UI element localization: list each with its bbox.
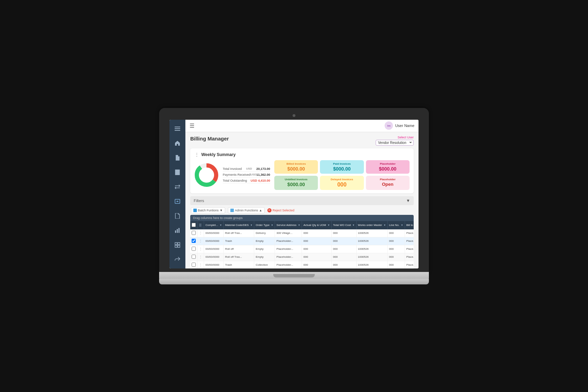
th-total-wo-cost[interactable]: Total WO Cost ▼ xyxy=(331,221,356,229)
td-actions-0: ⋮ xyxy=(197,229,204,237)
td-actual-qty-3: 000 xyxy=(302,253,332,261)
svg-rect-12 xyxy=(178,243,180,245)
td-material-4: Trash xyxy=(223,261,254,268)
placeholder-pink-card: Placeholder $000.00 xyxy=(366,160,410,174)
td-total-wo-cost-3: 000 xyxy=(331,253,356,261)
billed-invoices-label: Billed Invoices xyxy=(277,162,315,165)
td-works-order-0: 1000526 xyxy=(356,229,387,237)
filters-chevron-icon[interactable]: ▼ xyxy=(406,198,410,203)
admin-functions-button[interactable]: Admin Functions ▲ xyxy=(228,207,265,213)
select-user-label: Select User xyxy=(397,136,414,139)
reject-selected-button[interactable]: ✕ Reject Selected xyxy=(267,208,294,212)
total-wo-cost-filter-icon: ▼ xyxy=(352,224,355,226)
td-material-3: Roll off Tras... xyxy=(223,253,254,261)
payments-received-row: Payments Received USD 11,362.00 xyxy=(223,172,270,177)
th-material[interactable]: Material Code/DES ▼ xyxy=(223,221,254,229)
screen-bezel: ☰ Im User Name Billing Manager Select xyxy=(159,108,429,272)
donut-chart xyxy=(194,163,219,187)
row-actions-0: ⋮ xyxy=(199,231,202,235)
th-completed[interactable]: Complet... ▼ xyxy=(204,221,224,229)
td-bill-to-2: Place... xyxy=(405,245,414,253)
td-works-order-2: 1000526 xyxy=(356,245,387,253)
td-actual-qty-1: 000 xyxy=(302,237,332,245)
sidebar-icon-share[interactable] xyxy=(173,255,182,264)
td-actions-4: ⋮ xyxy=(197,261,204,268)
th-line-no[interactable]: Line No. ▼ xyxy=(387,221,405,229)
td-bill-to-1: Place... xyxy=(405,237,414,245)
weekly-summary-card: ⋮ Weekly Summary xyxy=(190,148,414,193)
th-works-order[interactable]: Works order Master ▼ xyxy=(356,221,387,229)
sidebar-icon-file[interactable] xyxy=(173,211,182,221)
row-actions-4: ⋮ xyxy=(199,263,202,267)
sidebar-icon-chart[interactable] xyxy=(173,226,182,235)
sidebar-icon-document[interactable] xyxy=(173,153,182,163)
sidebar-icon-transfer[interactable] xyxy=(173,182,182,192)
td-completed-0: 00/00/0000 xyxy=(204,229,224,237)
select-all-checkbox[interactable] xyxy=(192,223,196,227)
td-order-type-1: Empty xyxy=(254,237,275,245)
paid-invoices-label: Paid Invoices xyxy=(323,162,361,165)
td-material-2: Roll off xyxy=(223,245,254,253)
placeholder-pink-label: Placeholder xyxy=(369,162,407,165)
menu-toggle-icon[interactable]: ☰ xyxy=(190,122,194,129)
sidebar-icon-report[interactable] xyxy=(173,167,182,177)
paid-invoices-value: $000.00 xyxy=(323,166,361,172)
td-total-wo-cost-2: 000 xyxy=(331,245,356,253)
user-section: Im User Name xyxy=(385,121,414,130)
row-expand-icon-3[interactable]: ⋮ xyxy=(199,255,202,259)
table-container: Drag columns here to create groups ☰ xyxy=(190,215,414,268)
total-outstanding-row: Total Outstanding USD 4,410.00 xyxy=(223,178,270,183)
main-content: ☰ Im User Name Billing Manager Select xyxy=(185,120,419,268)
table-body: ⋮ 00/00/0000 Roll off Tras... Delivery 3… xyxy=(190,229,414,268)
weekly-summary-menu-icon[interactable]: ⋮ xyxy=(194,152,199,157)
weekly-summary-title: Weekly Summary xyxy=(201,152,236,157)
row-actions-3: ⋮ xyxy=(199,255,202,259)
row-checkbox-0[interactable] xyxy=(192,231,196,235)
row-expand-icon-2[interactable]: ⋮ xyxy=(199,247,202,251)
sidebar-icon-home[interactable] xyxy=(173,138,182,148)
th-select xyxy=(190,221,197,229)
th-actual-qty[interactable]: Actual Qty & UOM ▼ xyxy=(302,221,332,229)
works-order-filter-icon: ▼ xyxy=(384,224,386,226)
row-expand-icon-0[interactable]: ⋮ xyxy=(199,231,202,235)
th-bill-to[interactable]: Bill to ▼ xyxy=(405,221,414,229)
sidebar-icon-menu[interactable] xyxy=(173,124,182,134)
svg-rect-1 xyxy=(175,128,180,129)
th-service-address[interactable]: Service Address ▼ xyxy=(275,221,302,229)
placeholder-pink-value: $000.00 xyxy=(369,166,407,172)
admin-icon xyxy=(230,209,234,212)
batch-functions-button[interactable]: Batch Funtions ▼ xyxy=(191,207,225,213)
row-expand-icon-4[interactable]: ⋮ xyxy=(199,263,202,267)
td-service-address-3: Placeholder... xyxy=(275,253,302,261)
paid-invoices-card: Paid Invoices $000.00 xyxy=(320,160,364,174)
sidebar xyxy=(169,120,185,268)
delayed-invoices-value: 000 xyxy=(323,182,361,188)
td-line-no-2: 000 xyxy=(387,245,405,253)
row-checkbox-1[interactable] xyxy=(192,239,196,243)
td-select-4 xyxy=(190,261,197,268)
laptop-hinge xyxy=(273,274,315,277)
td-line-no-3: 000 xyxy=(387,253,405,261)
row-checkbox-3[interactable] xyxy=(192,255,196,259)
select-user-section: Select User Vendor ResolutionAdminManage… xyxy=(376,136,414,146)
select-user-dropdown[interactable]: Vendor ResolutionAdminManager xyxy=(376,140,414,146)
td-service-address-0: 300 Village... xyxy=(275,229,302,237)
billed-invoices-card: Billed Invoices $000.00 xyxy=(274,160,318,174)
th-order-type[interactable]: Order Type ▼ xyxy=(254,221,275,229)
row-expand-icon-1[interactable]: ⋮ xyxy=(199,239,202,243)
filters-bar[interactable]: Filters ▼ xyxy=(190,196,414,205)
row-checkbox-4[interactable] xyxy=(192,263,196,267)
sidebar-icon-grid[interactable] xyxy=(173,240,182,250)
td-bill-to-0: Place... xyxy=(405,229,414,237)
td-works-order-1: 1000526 xyxy=(356,237,387,245)
svg-rect-9 xyxy=(177,229,178,233)
row-checkbox-2[interactable] xyxy=(192,247,196,251)
weekly-summary-header: ⋮ Weekly Summary xyxy=(194,152,410,157)
actual-qty-filter-icon: ▼ xyxy=(328,224,330,226)
sidebar-icon-billing[interactable] xyxy=(173,197,182,206)
total-invoiced-value: 20,173.00 xyxy=(256,167,270,171)
material-filter-icon: ▼ xyxy=(250,224,252,226)
svg-rect-13 xyxy=(175,245,177,247)
service-address-filter-icon: ▼ xyxy=(298,224,300,226)
td-completed-1: 00/00/0000 xyxy=(204,237,224,245)
